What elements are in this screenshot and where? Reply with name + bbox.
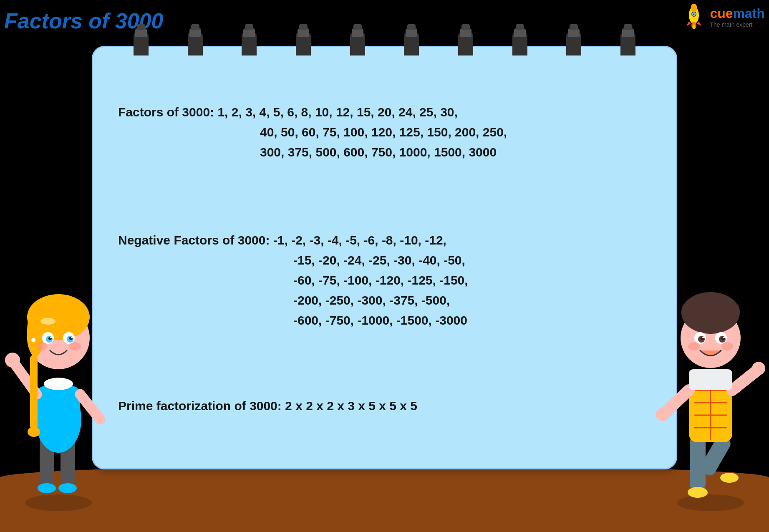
factors-line1: Factors of 3000: 1, 2, 3, 4, 5, 6, 8, 10… — [118, 105, 458, 119]
spiral-bindings — [114, 33, 655, 55]
svg-point-11 — [38, 483, 56, 493]
svg-marker-4 — [697, 21, 702, 26]
factors-text: Factors of 3000: 1, 2, 3, 4, 5, 6, 8, 10… — [118, 102, 651, 162]
factors-line2: 40, 50, 60, 75, 100, 120, 125, 150, 200,… — [118, 122, 651, 142]
svg-point-68 — [752, 362, 765, 375]
svg-point-63 — [702, 337, 704, 338]
spiral-6 — [404, 33, 419, 55]
logo-tagline: The math expert — [710, 21, 765, 28]
svg-point-33 — [69, 342, 81, 350]
spiral-4 — [296, 33, 311, 55]
svg-point-12 — [58, 483, 77, 493]
svg-point-36 — [5, 353, 20, 368]
spiral-7 — [458, 33, 473, 55]
svg-point-8 — [25, 494, 92, 511]
svg-point-6 — [693, 24, 696, 29]
spiral-1 — [134, 33, 149, 55]
logo-text: cuemath The math expert — [710, 6, 765, 28]
spiral-10 — [620, 33, 635, 55]
svg-rect-14 — [37, 386, 80, 436]
svg-point-67 — [656, 408, 669, 421]
spiral-3 — [242, 33, 257, 55]
svg-rect-50 — [689, 369, 732, 390]
girl-svg — [0, 261, 117, 511]
spiral-2 — [188, 33, 203, 55]
logo-cue: cue — [710, 6, 733, 21]
spiral-8 — [512, 33, 527, 55]
svg-point-22 — [28, 427, 40, 437]
notebook: Factors of 3000: 1, 2, 3, 4, 5, 6, 8, 10… — [92, 46, 677, 469]
svg-point-66 — [721, 342, 733, 350]
svg-line-16 — [80, 394, 100, 419]
girl-character — [0, 261, 117, 511]
negative-line2: -15, -20, -24, -25, -30, -40, -50, — [118, 250, 651, 270]
spiral-9 — [566, 33, 581, 55]
svg-point-37 — [677, 494, 744, 511]
svg-point-64 — [723, 337, 725, 338]
svg-point-35 — [44, 378, 73, 390]
svg-point-32 — [36, 342, 48, 350]
factors-section: Factors of 3000: 1, 2, 3, 4, 5, 6, 8, 10… — [118, 102, 651, 162]
svg-point-65 — [688, 342, 700, 350]
negative-factors-text: Negative Factors of 3000: -1, -2, -3, -4… — [118, 230, 651, 330]
factors-line3: 300, 375, 500, 600, 750, 1000, 1500, 300… — [118, 142, 651, 162]
logo-rocket-icon: ★ — [681, 4, 706, 29]
svg-point-34 — [31, 338, 35, 342]
prime-text: Prime factorization of 3000: 2 x 2 x 2 x… — [118, 399, 651, 413]
negative-line4: -200, -250, -300, -375, -500, — [118, 290, 651, 310]
logo-math: math — [733, 6, 765, 21]
svg-point-56 — [704, 297, 717, 318]
svg-point-41 — [720, 473, 739, 483]
svg-rect-21 — [30, 355, 38, 430]
logo-area: ★ cuemath The math expert — [681, 4, 765, 29]
boy-character — [652, 261, 769, 511]
negative-factors-section: Negative Factors of 3000: -1, -2, -3, -4… — [118, 230, 651, 330]
prime-section: Prime factorization of 3000: 2 x 2 x 2 x… — [118, 399, 651, 413]
negative-line1: Negative Factors of 3000: -1, -2, -3, -4… — [118, 233, 446, 247]
svg-marker-3 — [686, 21, 691, 26]
spiral-5 — [350, 33, 365, 55]
svg-point-31 — [71, 337, 73, 338]
svg-point-23 — [40, 318, 55, 325]
boy-svg — [652, 261, 769, 511]
negative-line3: -60, -75, -100, -120, -125, -150, — [118, 270, 651, 290]
svg-point-30 — [50, 337, 52, 338]
negative-line5: -600, -750, -1000, -1500, -3000 — [118, 310, 651, 330]
svg-text:★: ★ — [692, 13, 695, 16]
svg-point-40 — [688, 487, 708, 498]
notebook-content: Factors of 3000: 1, 2, 3, 4, 5, 6, 8, 10… — [93, 47, 676, 468]
